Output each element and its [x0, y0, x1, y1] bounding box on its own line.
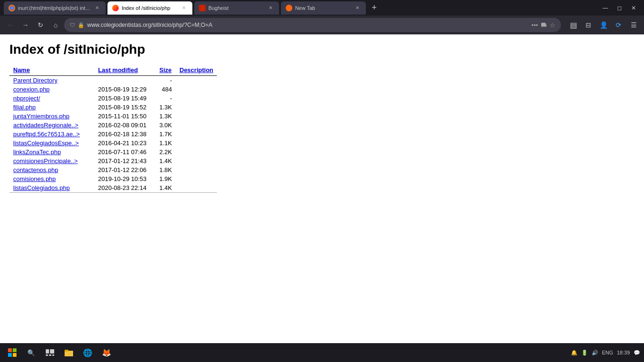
svg-rect-8	[52, 354, 54, 356]
directory-table: Name Last modified Size Description Pare…	[9, 65, 217, 193]
svg-rect-4	[46, 349, 49, 354]
new-tab-button[interactable]: +	[368, 1, 381, 15]
edge-button[interactable]: 🌐	[79, 344, 96, 361]
file-link[interactable]: comisiones.php	[13, 175, 56, 182]
svg-rect-10	[65, 352, 73, 356]
start-button[interactable]	[4, 344, 21, 361]
name-sort-link[interactable]: Name	[13, 66, 30, 74]
tab-bugheist-close[interactable]: ✕	[267, 4, 274, 12]
size-sort-link[interactable]: Size	[159, 66, 172, 74]
file-size-cell: -	[156, 94, 176, 103]
file-link[interactable]: listasColegiados.php	[13, 184, 70, 191]
pocket-icon[interactable]: ⛟	[541, 22, 547, 29]
taskbar: 🔍 🌐 🦊 🔔 🔋 🔊 ENG 18:39	[0, 343, 644, 362]
file-date-cell: 2016-02-18 12:38	[94, 130, 156, 139]
file-name-cell: nbproject/	[9, 94, 94, 103]
file-link[interactable]: nbproject/	[13, 95, 40, 102]
tab-bugheist[interactable]: Bugheist ✕	[194, 1, 279, 15]
forward-button[interactable]: →	[19, 18, 32, 32]
lock-icon: 🛡	[70, 22, 75, 28]
table-row: filial.php2015-08-19 15:521.3K	[9, 103, 217, 112]
svg-rect-2	[8, 353, 12, 357]
title-bar: inurl:(html|html|php|pls|txt) int… ✕ Ind…	[0, 0, 644, 16]
file-size-cell: 1.3K	[156, 112, 176, 121]
volume-icon[interactable]: 🔊	[592, 350, 598, 356]
ellipsis-icon[interactable]: •••	[531, 22, 538, 29]
firefox-taskbar[interactable]: 🦊	[98, 344, 115, 361]
file-date-cell	[94, 76, 156, 85]
file-link[interactable]: conexion.php	[13, 86, 50, 93]
file-desc-cell	[176, 121, 217, 130]
file-link[interactable]: linksZonaTec.php	[13, 148, 61, 156]
file-date-cell: 2016-02-08 09:01	[94, 121, 156, 130]
close-button[interactable]: ✕	[627, 1, 640, 15]
tab-index-close[interactable]: ✕	[180, 4, 188, 12]
file-link[interactable]: comisionesPrincipale..>	[13, 157, 78, 165]
taskbar-right: 🔔 🔋 🔊 ENG 18:39 💬	[571, 350, 640, 356]
file-desc-cell	[176, 76, 217, 85]
bookmark-icon[interactable]: ☆	[550, 22, 555, 29]
date-sort-link[interactable]: Last modified	[98, 66, 138, 74]
menu-icon[interactable]: ☰	[627, 18, 640, 32]
file-explorer-button[interactable]	[60, 344, 77, 361]
file-desc-cell	[176, 183, 217, 193]
account-icon[interactable]: 👤	[597, 18, 610, 32]
file-link[interactable]: pureftpd.56c76513.ae..>	[13, 131, 80, 138]
home-button[interactable]: ⌂	[49, 18, 62, 32]
sidebar-icon[interactable]: ⊟	[582, 18, 595, 32]
taskview-button[interactable]	[41, 344, 58, 361]
file-link[interactable]: Parent Directory	[13, 77, 58, 84]
file-name-cell: listasColegiados.php	[9, 183, 94, 193]
svg-rect-7	[49, 354, 51, 356]
maximize-button[interactable]: ◻	[613, 1, 626, 15]
table-row: nbproject/2015-08-19 15:49 -	[9, 94, 217, 103]
file-size-cell: 1.8K	[156, 165, 176, 174]
file-size-cell: 1.3K	[156, 103, 176, 112]
file-date-cell: 2015-08-19 15:52	[94, 103, 156, 112]
table-row: linksZonaTec.php2016-07-11 07:462.2K	[9, 148, 217, 156]
file-size-cell: 1.4K	[156, 156, 176, 165]
file-desc-cell	[176, 165, 217, 174]
sync-icon[interactable]: ⟳	[612, 18, 625, 32]
tab-google-search[interactable]: inurl:(html|html|php|pls|txt) int… ✕	[4, 1, 106, 15]
address-bar[interactable]: 🛡 🔒 www.colegiodentistas.org/sitInicio/p…	[64, 18, 561, 32]
window-controls: — ◻ ✕	[599, 1, 640, 15]
search-taskbar-button[interactable]: 🔍	[23, 344, 40, 361]
tab-google-close[interactable]: ✕	[93, 4, 101, 12]
tab-newtab[interactable]: New Tab ✕	[281, 1, 366, 15]
file-desc-cell	[176, 148, 217, 156]
svg-rect-11	[65, 350, 68, 352]
file-link[interactable]: contactenos.php	[13, 166, 58, 173]
file-link[interactable]: juntaYmiembros.php	[13, 113, 69, 120]
file-link[interactable]: listasColegiadosEspe..>	[13, 140, 79, 147]
back-button[interactable]: ←	[4, 18, 17, 32]
file-date-cell: 2016-04-21 10:23	[94, 139, 156, 148]
tab-newtab-title: New Tab	[295, 5, 351, 11]
notification-center-icon[interactable]: 💬	[634, 350, 640, 356]
file-link[interactable]: filial.php	[13, 104, 36, 111]
file-name-cell: linksZonaTec.php	[9, 148, 94, 156]
tab-newtab-close[interactable]: ✕	[354, 4, 361, 12]
desc-sort-link[interactable]: Description	[180, 66, 214, 74]
file-desc-cell	[176, 94, 217, 103]
file-desc-cell	[176, 139, 217, 148]
file-name-cell: actividadesRegionale..>	[9, 121, 94, 130]
table-row: comisiones.php2019-10-29 10:531.9K	[9, 174, 217, 183]
file-size-cell: 2.2K	[156, 148, 176, 156]
table-row: listasColegiadosEspe..>2016-04-21 10:231…	[9, 139, 217, 148]
file-link[interactable]: actividadesRegionale..>	[13, 122, 78, 129]
table-row: comisionesPrincipale..>2017-01-12 21:431…	[9, 156, 217, 165]
reload-button[interactable]: ↻	[34, 18, 47, 32]
svg-rect-6	[46, 354, 48, 356]
shield-icon: 🔒	[78, 22, 84, 28]
minimize-button[interactable]: —	[599, 1, 612, 15]
tab-index[interactable]: Index of /sitInicio/php ✕	[107, 1, 192, 15]
file-name-cell: juntaYmiembros.php	[9, 112, 94, 121]
lang-label: ENG	[602, 350, 613, 355]
notification-icon[interactable]: 🔔	[571, 350, 578, 356]
table-row: conexion.php2015-08-19 12:29484	[9, 85, 217, 94]
tab-bugheist-title: Bugheist	[208, 5, 264, 11]
svg-rect-3	[13, 353, 17, 357]
google-favicon	[8, 5, 15, 11]
library-icon[interactable]: ▤	[567, 18, 580, 32]
